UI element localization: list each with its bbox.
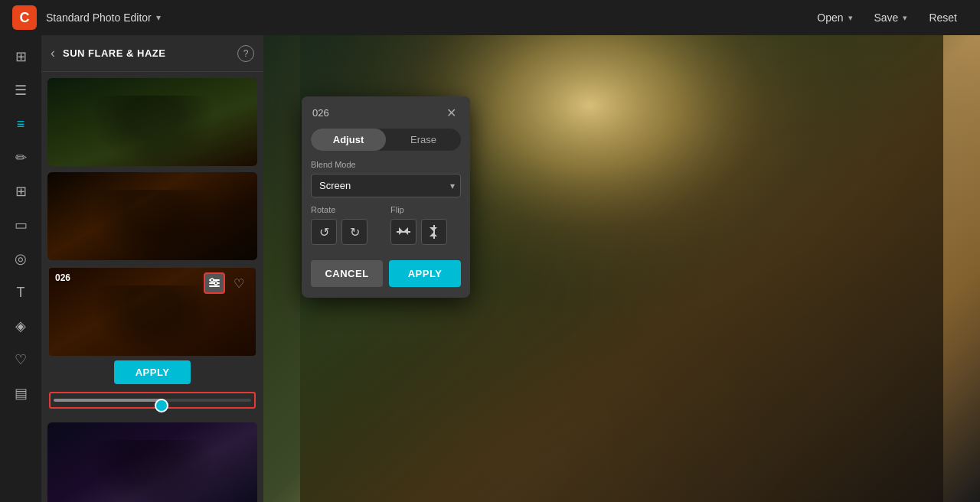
tab-adjust[interactable]: Adjust [311,129,386,151]
sidebar-item-layers[interactable]: ⊞ [5,41,36,72]
main-layout: ⊞ ☰ ≡ ✏ ⊞ ▭ ◎ T ◈ ♡ ▤ ‹ SUN FLARE & HAZE… [0,35,980,502]
save-arrow-icon: ▾ [903,13,907,23]
blend-mode-section: Blend Mode Screen Normal Overlay Multipl… [302,160,470,205]
rotate-flip-row: Rotate ↺ ↻ Flip [302,205,470,253]
sidebar-item-frame[interactable]: ▭ [5,210,36,240]
dialog-title: 026 [312,107,329,119]
svg-point-4 [214,282,217,285]
svg-rect-10 [433,225,435,239]
dialog-actions: CANCEL APPLY [302,253,470,298]
dialog-header: 026 ✕ [302,96,470,129]
sidebar-item-brush[interactable]: ✏ [5,142,36,173]
list-item-active[interactable]: 026 ♡ APPLY [47,266,257,416]
flip-buttons [390,219,447,245]
panel-scroll[interactable]: 026 ♡ APPLY [41,72,263,502]
svg-marker-12 [430,233,437,236]
rotate-label: Rotate [311,205,368,214]
sidebar-item-heart[interactable]: ♡ [5,344,36,375]
app-title-group: Standard Photo Editor ▾ [46,11,161,24]
flip-label: Flip [390,205,447,214]
apply-button[interactable]: APPLY [389,260,461,287]
panel-help-button[interactable]: ? [237,45,254,62]
slider-row [49,389,256,415]
blend-mode-label: Blend Mode [311,160,461,169]
panel-apply-button[interactable]: APPLY [114,360,191,384]
adjust-dialog: 026 ✕ Adjust Erase Blend Mode Screen Nor… [302,96,470,298]
svg-rect-7 [397,231,410,233]
dialog-close-button[interactable]: ✕ [443,104,459,121]
svg-marker-11 [430,227,437,231]
rotate-left-button[interactable]: ↺ [311,219,337,245]
thumb-label: 026 [55,272,70,283]
list-item[interactable] [47,422,257,502]
save-button[interactable]: Save ▾ [864,7,919,28]
canvas-area: 026 ✕ Adjust Erase Blend Mode Screen Nor… [263,35,980,502]
open-button[interactable]: Open ▾ [806,7,863,28]
sidebar-item-sliders[interactable]: ≡ [5,109,36,139]
cancel-button[interactable]: CANCEL [311,260,383,287]
list-item[interactable] [47,172,257,260]
svg-point-3 [211,279,214,282]
panel-back-button[interactable]: ‹ [51,45,55,61]
title-arrow-icon[interactable]: ▾ [156,12,161,23]
topbar: C Standard Photo Editor ▾ Open ▾ Save ▾ … [0,0,980,35]
thumb-settings-button[interactable] [204,272,225,294]
flip-col: Flip [390,205,447,245]
rotate-right-button[interactable]: ↻ [341,219,368,245]
svg-marker-8 [399,227,403,235]
sidebar-item-grid[interactable]: ⊞ [5,176,36,207]
flip-vertical-button[interactable] [421,219,447,245]
icon-bar: ⊞ ☰ ≡ ✏ ⊞ ▭ ◎ T ◈ ♡ ▤ [0,35,41,502]
sidebar-item-adjustments[interactable]: ☰ [5,75,36,106]
blend-mode-select[interactable]: Screen Normal Overlay Multiply Soft Ligh… [311,174,461,197]
reset-button[interactable]: Reset [918,7,968,28]
open-arrow-icon: ▾ [848,13,853,23]
sidebar-item-paint[interactable]: ◈ [5,311,36,341]
apply-btn-row: APPLY [49,356,256,389]
app-logo: C [12,5,37,30]
panel-title: SUN FLARE & HAZE [63,47,230,59]
thumb-favorite-button[interactable]: ♡ [228,272,250,294]
dialog-tabs: Adjust Erase [311,129,461,151]
svg-rect-2 [209,285,220,287]
blend-mode-select-wrapper: Screen Normal Overlay Multiply Soft Ligh… [311,174,461,197]
thumb-controls: ♡ [204,272,250,294]
rotate-col: Rotate ↺ ↻ [311,205,368,245]
flip-h-icon [397,227,410,237]
sidebar-item-text[interactable]: T [5,277,36,308]
list-item[interactable] [47,78,257,166]
app-title: Standard Photo Editor [46,11,152,24]
sidebar-item-camera[interactable]: ◎ [5,243,36,274]
left-panel: ‹ SUN FLARE & HAZE ? 026 [41,35,263,502]
svg-marker-9 [404,227,408,235]
sidebar-item-filmstrip[interactable]: ▤ [5,378,36,409]
opacity-slider[interactable] [54,399,251,402]
panel-header: ‹ SUN FLARE & HAZE ? [41,35,263,72]
dialog-overlay: 026 ✕ Adjust Erase Blend Mode Screen Nor… [263,35,980,502]
flip-horizontal-button[interactable] [390,219,416,245]
rotate-buttons: ↺ ↻ [311,219,368,245]
tab-erase[interactable]: Erase [386,129,461,151]
flip-v-icon [429,225,439,239]
